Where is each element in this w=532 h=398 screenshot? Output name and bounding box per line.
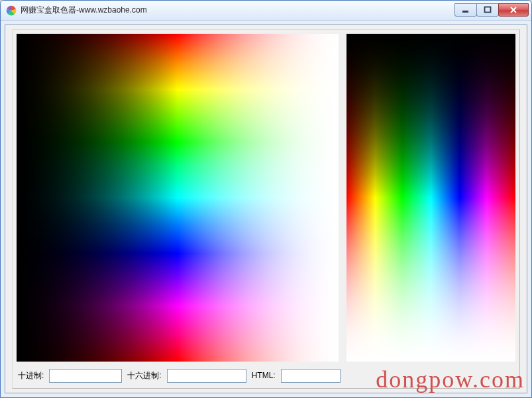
close-icon [509, 6, 517, 14]
output-row: 十进制: 十六进制: HTML: [17, 366, 515, 385]
app-window: 网赚宝盒取色器-www.wzbaohe.com 十进制: [0, 0, 532, 398]
decimal-label: 十进制: [18, 370, 44, 381]
color-picker-main[interactable] [17, 34, 339, 362]
minimize-button[interactable] [454, 3, 477, 17]
hex-input[interactable] [167, 369, 246, 383]
close-button[interactable] [498, 3, 529, 17]
svg-rect-1 [462, 11, 468, 13]
html-input[interactable] [281, 369, 341, 383]
window-title: 网赚宝盒取色器-www.wzbaohe.com [21, 5, 147, 16]
maximize-icon [484, 6, 492, 14]
hex-label: 十六进制: [127, 370, 161, 381]
svg-rect-2 [485, 7, 491, 13]
color-panels [17, 34, 515, 362]
minimize-icon [462, 6, 470, 14]
window-controls [455, 4, 529, 17]
decimal-input[interactable] [49, 369, 122, 383]
maximize-button[interactable] [476, 3, 499, 17]
color-picker-hue[interactable] [346, 34, 515, 362]
client-area: 十进制: 十六进制: HTML: [5, 25, 527, 393]
app-icon [6, 5, 17, 16]
titlebar[interactable]: 网赚宝盒取色器-www.wzbaohe.com [1, 1, 531, 21]
html-label: HTML: [252, 371, 276, 380]
content-frame: 十进制: 十六进制: HTML: [12, 29, 520, 389]
